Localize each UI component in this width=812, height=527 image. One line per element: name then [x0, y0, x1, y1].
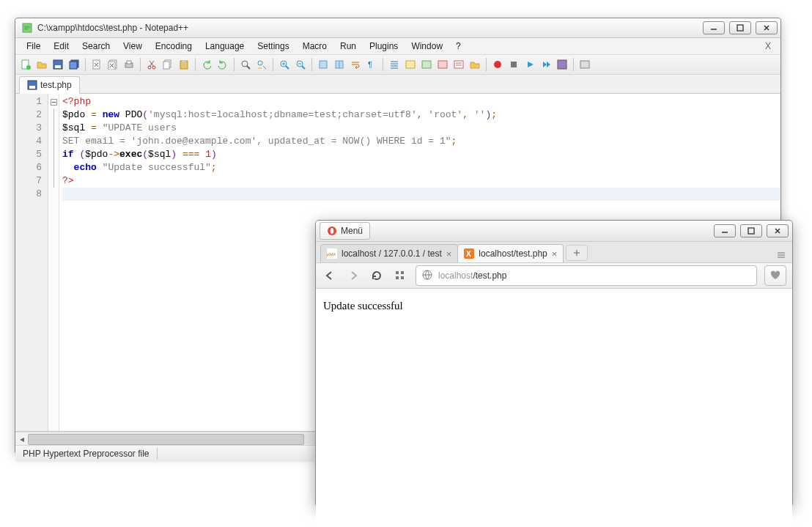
folder-doc-icon[interactable]	[419, 57, 434, 72]
code-line[interactable]: $sql = "UPDATE users	[62, 122, 780, 135]
browser-tab-label: localhost / 127.0.0.1 / test	[342, 248, 442, 259]
scroll-left-icon[interactable]: ◂	[15, 433, 28, 444]
indent-guide-icon[interactable]	[387, 57, 402, 72]
code-line[interactable]: $pdo = new PDO('mysql:host=localhost;dbn…	[62, 108, 780, 122]
code-line[interactable]	[62, 188, 780, 201]
line-number: 8	[15, 188, 48, 201]
opera-menu-button[interactable]: Menü	[320, 222, 370, 240]
speed-dial-button[interactable]	[392, 268, 408, 284]
fold-column[interactable]	[48, 94, 59, 431]
find-icon[interactable]	[238, 57, 253, 72]
line-number: 2	[15, 108, 48, 122]
tab-menu-icon[interactable]	[770, 250, 792, 262]
code-line[interactable]: ?>	[62, 174, 780, 188]
notepadpp-title: C:\xampp\htdocs\test.php - Notepad++	[37, 23, 698, 33]
code-line[interactable]: SET email = 'john.doe@example.com', upda…	[62, 135, 780, 148]
svg-text:pMA: pMA	[327, 252, 336, 257]
close-button[interactable]	[756, 21, 778, 34]
save-macro-icon[interactable]	[555, 57, 569, 72]
line-number: 6	[15, 161, 48, 174]
opera-logo-icon	[327, 226, 337, 236]
fold-line	[48, 108, 59, 122]
back-button[interactable]	[322, 268, 338, 284]
redo-icon[interactable]	[215, 57, 230, 72]
save-icon[interactable]	[51, 57, 65, 72]
folder-view-icon[interactable]	[468, 57, 482, 72]
open-file-icon[interactable]	[34, 57, 49, 72]
menu-settings[interactable]: Settings	[251, 39, 295, 54]
menu-search[interactable]: Search	[75, 39, 117, 54]
forward-button[interactable]	[345, 268, 361, 284]
address-bar[interactable]: localhost/test.php	[416, 265, 757, 286]
close-all-icon[interactable]	[106, 57, 120, 72]
opera-minimize-button[interactable]	[714, 224, 736, 237]
fold-empty	[48, 188, 59, 201]
menu-macro[interactable]: Macro	[296, 39, 333, 54]
all-chars-icon[interactable]: ¶	[364, 57, 379, 72]
record-icon[interactable]	[490, 57, 505, 72]
sync-h-icon[interactable]	[332, 57, 347, 72]
cut-icon[interactable]	[144, 57, 159, 72]
play-multi-icon[interactable]	[539, 57, 553, 72]
svg-rect-34	[454, 61, 463, 68]
menu-help[interactable]: ?	[449, 39, 468, 54]
undo-icon[interactable]	[199, 57, 214, 72]
line-number: 7	[15, 174, 48, 188]
opera-close-button[interactable]	[767, 224, 789, 237]
opera-titlebar[interactable]: Menü	[316, 221, 792, 242]
menu-plugins[interactable]: Plugins	[363, 39, 405, 54]
lang-icon[interactable]	[403, 57, 418, 72]
print-icon[interactable]	[122, 57, 136, 72]
opera-maximize-button[interactable]	[740, 224, 762, 237]
save-all-icon[interactable]	[67, 57, 81, 72]
scroll-thumb[interactable]	[28, 434, 304, 445]
code-line[interactable]: <?php	[62, 95, 780, 108]
svg-point-20	[242, 61, 248, 67]
maximize-button[interactable]	[729, 21, 751, 34]
line-number: 4	[15, 135, 48, 148]
zoom-out-icon[interactable]	[293, 57, 308, 72]
copy-icon[interactable]	[160, 57, 175, 72]
new-tab-button[interactable]	[566, 245, 588, 261]
page-text: Update successful	[323, 300, 403, 312]
menu-run[interactable]: Run	[333, 39, 363, 54]
menu-encoding[interactable]: Encoding	[149, 39, 199, 54]
sync-v-icon[interactable]	[316, 57, 331, 72]
site-info-icon[interactable]	[422, 270, 432, 282]
menubar-close-icon[interactable]: X	[760, 41, 776, 51]
browser-tab-testphp[interactable]: X localhost/test.php ×	[457, 244, 564, 262]
code-line[interactable]: echo "Update successful";	[62, 161, 780, 174]
doc-map-icon[interactable]	[435, 57, 450, 72]
code-line[interactable]: if ($pdo->exec($sql) === 1)	[62, 148, 780, 161]
svg-rect-8	[70, 62, 77, 69]
file-tab-testphp[interactable]: test.php	[19, 76, 80, 94]
wrap-icon[interactable]	[348, 57, 363, 72]
paste-icon[interactable]	[177, 57, 191, 72]
svg-rect-31	[406, 61, 415, 68]
menu-window[interactable]: Window	[405, 39, 449, 54]
svg-rect-32	[422, 61, 431, 68]
tab-close-icon[interactable]: ×	[552, 248, 558, 259]
browser-tab-phpmyadmin[interactable]: pMA localhost / 127.0.0.1 / test ×	[320, 244, 458, 262]
svg-line-21	[247, 66, 250, 69]
minimize-button[interactable]	[703, 21, 725, 34]
close-file-icon[interactable]	[89, 57, 104, 72]
replace-icon[interactable]	[254, 57, 269, 72]
menu-file[interactable]: File	[20, 39, 47, 54]
stop-icon[interactable]	[506, 57, 521, 72]
file-tab-label: test.php	[40, 80, 72, 90]
reload-button[interactable]	[369, 268, 385, 284]
svg-rect-17	[163, 62, 169, 69]
play-icon[interactable]	[523, 57, 537, 72]
bookmark-button[interactable]	[764, 265, 786, 286]
menu-edit[interactable]: Edit	[47, 39, 75, 54]
fold-toggle-icon[interactable]	[48, 95, 59, 108]
menu-language[interactable]: Language	[199, 39, 251, 54]
zoom-in-icon[interactable]	[277, 57, 292, 72]
notepadpp-titlebar[interactable]: C:\xampp\htdocs\test.php - Notepad++	[15, 18, 780, 38]
tab-close-icon[interactable]: ×	[446, 248, 452, 259]
menu-view[interactable]: View	[117, 39, 149, 54]
about-icon[interactable]	[577, 57, 592, 72]
new-file-icon[interactable]	[18, 57, 33, 72]
func-list-icon[interactable]	[451, 57, 466, 72]
